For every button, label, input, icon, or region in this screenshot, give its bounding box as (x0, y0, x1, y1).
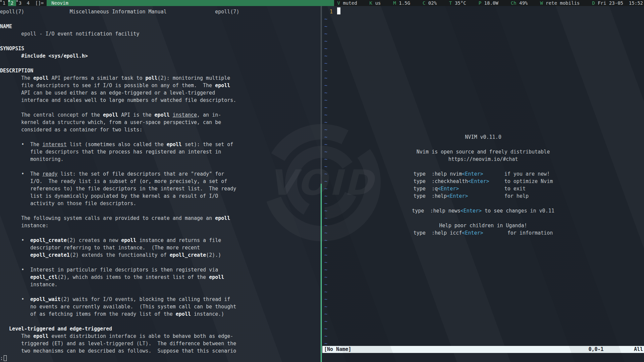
text-line: descriptor referring to that instance. (… (0, 244, 239, 251)
line-number: 1 (330, 8, 333, 15)
text-line: Help poor children in Uganda! (322, 222, 644, 229)
status-value: 02% (425, 0, 437, 6)
text-line (0, 288, 239, 296)
buffer-name: [No Name] (324, 346, 351, 353)
scroll-position: All (634, 346, 643, 352)
status-key: T (449, 0, 452, 6)
status-value: us (372, 0, 381, 6)
workspace-tag-2[interactable]: 2 (8, 0, 16, 6)
text-line: type :help news<Enter> to see changes in… (322, 207, 644, 215)
text-line: • The interest list (sometimes also call… (0, 141, 239, 148)
desktop: 1234 []= Neovim V mutedK usM 1.5GC 02%T … (0, 0, 644, 362)
text-line: • Interest in particular file descriptor… (0, 266, 239, 274)
status-key: V (337, 0, 340, 6)
workspace-tag-3[interactable]: 3 (16, 0, 24, 6)
text-line: references to) the file descriptors in t… (0, 185, 239, 192)
text-line: • epoll_wait(2) waits for I/O events, bl… (0, 296, 239, 303)
workspace-tag-4[interactable]: 4 (24, 0, 32, 6)
text-line: kernel data structure which, from a user… (0, 119, 239, 126)
text-line (0, 15, 239, 23)
text-line (322, 200, 644, 207)
workspace-tags: 1234 (0, 0, 32, 6)
text-line: NVIM v0.11.0 (322, 133, 644, 141)
text-line: of as fetching items from the ready list… (0, 310, 239, 318)
text-line: The central concept of the epoll API is … (0, 111, 239, 119)
status-module-P: P 18.0W (479, 0, 498, 6)
text-line: The epoll event distribution interface i… (0, 333, 239, 340)
text-line (322, 163, 644, 170)
cursor-position: 0,0-1 (588, 346, 603, 352)
text-line (0, 133, 239, 141)
status-key: D (592, 0, 595, 6)
terminal-man-page-window[interactable]: epoll(7) Miscellaneous Information Manua… (0, 6, 321, 362)
text-line: SYNOPSIS (0, 45, 239, 52)
status-module-T: T 35°C (449, 0, 466, 6)
status-module-W: W rete mobilis (540, 0, 580, 6)
text-line: no events are currently available. (This… (0, 303, 239, 310)
status-key: W (540, 0, 543, 6)
text-line: file descriptors to see if I/O is possib… (0, 82, 239, 89)
workspace-tag-1[interactable]: 1 (0, 0, 8, 6)
status-key: P (479, 0, 481, 6)
text-line: API can be used either as an edge-trigge… (0, 89, 239, 97)
status-module-K: K us (370, 0, 381, 6)
tag-occupied-indicator (8, 0, 10, 2)
status-modules: V mutedK usM 1.5GC 02%T 35°CP 18.0WCh 49… (334, 0, 644, 6)
text-line: epoll(7) Miscellaneous Information Manua… (0, 8, 239, 15)
text-line (0, 38, 239, 45)
text-line (0, 318, 239, 325)
text-line: epoll - I/O event notification facility (0, 30, 239, 38)
text-line: type :help nvim<Enter> if you are new! (322, 170, 644, 178)
status-value: rete mobilis (543, 0, 580, 6)
text-line: instance. (0, 281, 239, 288)
focused-window-title: Neovim (47, 0, 334, 6)
man-page-text: epoll(7) Miscellaneous Information Manua… (0, 8, 239, 355)
text-line: two mechanisms can be described as follo… (0, 347, 239, 355)
nvim-cursor (337, 7, 340, 14)
text-line: DESCRIPTION (0, 67, 239, 74)
text-line: instance: (0, 222, 239, 229)
status-module-V: V muted (337, 0, 357, 6)
text-line (0, 229, 239, 237)
nvim-cmdline[interactable] (322, 353, 644, 362)
text-line: monitoring. (0, 156, 239, 163)
status-value: Fri 23-05 15:52 (595, 0, 643, 6)
text-line: interface and scales well to large numbe… (0, 97, 239, 104)
status-value: muted (340, 0, 357, 6)
status-module-M: M 1.5G (393, 0, 410, 6)
text-line: • epoll_create(2) creates a new epoll in… (0, 237, 239, 244)
pager-prompt: : (0, 355, 7, 362)
text-line: https://neovim.io/#chat (322, 156, 644, 163)
text-line: type :help<Enter> for help (322, 192, 644, 200)
text-line: The following system calls are provided … (0, 215, 239, 222)
text-line (322, 215, 644, 222)
status-key: K (370, 0, 372, 6)
text-line: The epoll API performs a similar task to… (0, 74, 239, 82)
window-divider[interactable] (321, 6, 322, 184)
ruler-group: 0,0-1 All (588, 346, 643, 353)
status-value: 35°C (452, 0, 466, 6)
text-line: NAME (0, 23, 239, 30)
status-module-D: D Fri 23-05 15:52 (592, 0, 643, 6)
status-module-C: C 02% (423, 0, 437, 6)
text-line: type :help iccf<Enter> for information (322, 229, 644, 237)
status-module-Ch: Ch 49% (511, 0, 528, 6)
nvim-statusline: [No Name] 0,0-1 All (322, 346, 644, 353)
tag-occupied-indicator (0, 0, 2, 2)
tag-occupied-indicator (16, 0, 18, 2)
text-line: activity on those file descriptors. (0, 200, 239, 207)
text-line (0, 60, 239, 67)
text-line: considered as a container for two lists: (0, 126, 239, 133)
text-line (0, 207, 239, 215)
window-divider-active[interactable] (321, 184, 322, 362)
status-value: 1.5G (396, 0, 410, 6)
terminal-cursor (4, 355, 7, 361)
status-value: 18.0W (481, 0, 498, 6)
neovim-window[interactable]: 1 ~ ~ ~ ~ ~ ~ ~ ~ ~ ~ ~ ~ ~ ~ ~ ~ ~ ~ ~ … (322, 6, 644, 362)
text-line (322, 141, 644, 148)
layout-indicator[interactable]: []= (32, 0, 47, 6)
text-line: Nvim is open source and freely distribut… (322, 148, 644, 156)
text-line: • The ready list: the set of file descri… (0, 170, 239, 178)
text-line: epoll_ctl(2), which adds items to the in… (0, 274, 239, 281)
status-key: M (393, 0, 396, 6)
